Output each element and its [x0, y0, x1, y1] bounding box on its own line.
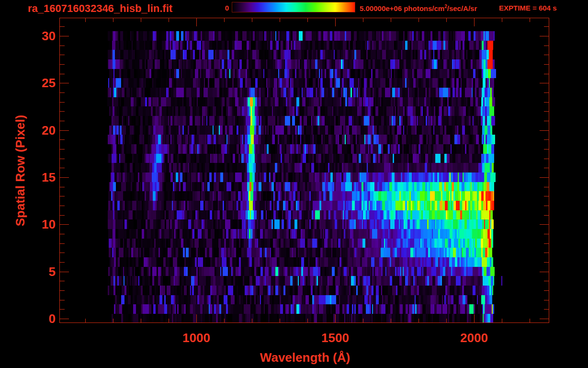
y-tick-label-5: 5 — [49, 264, 56, 279]
y-tick-label-20: 20 — [42, 123, 56, 138]
x-tick-label-2000: 2000 — [460, 331, 488, 345]
colorbar-min-label: 0 — [215, 4, 229, 12]
x-axis-title: Wavelength (Å) — [260, 350, 350, 365]
colorbar-max-label-suffix: /sec/A/sr — [447, 4, 477, 12]
y-tick-label-30: 30 — [42, 28, 56, 43]
y-tick-label-0: 0 — [49, 311, 56, 326]
filename-title: ra_160716032346_hisb_lin.fit — [28, 2, 172, 15]
x-tick-label-1000: 1000 — [182, 331, 210, 345]
exptime-label: EXPTIME = 604 s — [499, 4, 556, 12]
y-tick-label-15: 15 — [42, 170, 56, 184]
colorbar-max-label-prefix: 5.00000e+06 photons/cm — [360, 4, 444, 12]
y-tick-label-10: 10 — [42, 217, 56, 232]
colorbar-gradient — [232, 2, 355, 12]
x-tick-label-1500: 1500 — [321, 331, 349, 345]
spectral-heatmap-canvas — [59, 18, 549, 323]
colorbar-max-label: 5.00000e+06 photons/cm2/sec/A/sr — [360, 4, 477, 12]
y-axis-title: Spatial Row (Pixel) — [13, 115, 28, 227]
y-tick-label-25: 25 — [42, 76, 56, 91]
plot-window: ra_160716032346_hisb_lin.fit 0 5.00000e+… — [0, 0, 588, 368]
colorbar — [232, 2, 355, 12]
